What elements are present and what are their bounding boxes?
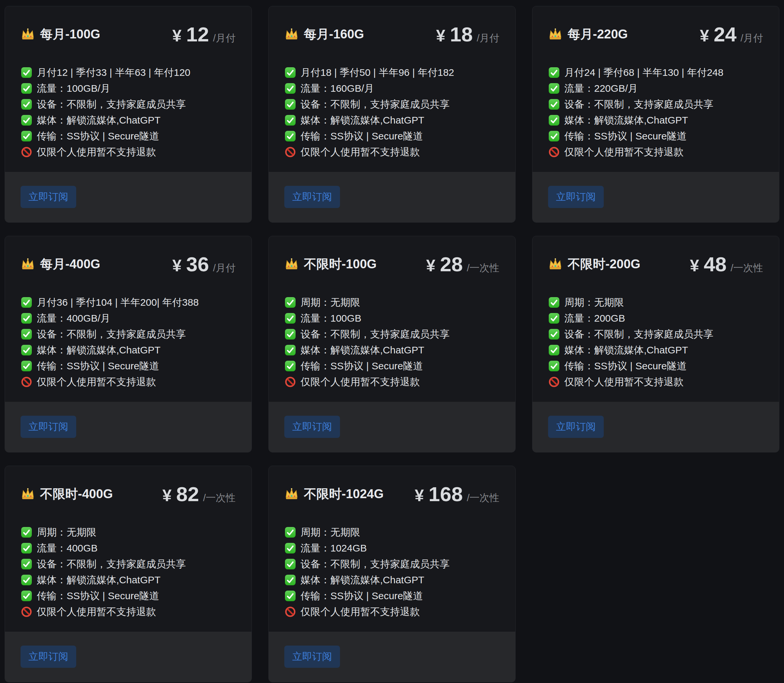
crown-icon: [21, 27, 35, 41]
currency-symbol: ¥: [690, 256, 699, 275]
feature-text: 媒体：解锁流媒体,ChatGPT: [300, 114, 424, 127]
price-period: /一次性: [731, 261, 763, 275]
feature-text: 设备：不限制，支持家庭成员共享: [37, 558, 186, 571]
feature-row: 仅限个人使用暂不支持退款: [548, 144, 763, 160]
plan-title: 不限时-200G: [568, 256, 641, 273]
feature-text: 仅限个人使用暂不支持退款: [37, 605, 156, 619]
feature-row: 媒体：解锁流媒体,ChatGPT: [21, 572, 236, 588]
feature-text: 媒体：解锁流媒体,ChatGPT: [37, 114, 161, 127]
feature-text: 传输：SS协议 | Secure隧道: [37, 589, 159, 603]
feature-row: 月付24 | 季付68 | 半年130 | 年付248: [548, 64, 763, 80]
check-icon: [21, 574, 32, 585]
feature-text: 流量：100GB: [300, 312, 361, 325]
feature-list: 周期：无期限 流量：400GB 设备：不限制，支持家庭成员共享: [21, 524, 236, 620]
plan-card-body: 不限时-400G ¥ 82 /一次性 周期：无期限: [5, 466, 252, 632]
plan-title: 不限时-400G: [40, 486, 113, 502]
feature-list: 月付24 | 季付68 | 半年130 | 年付248 流量：220GB/月 设…: [548, 64, 763, 160]
subscribe-button[interactable]: 立即订阅: [21, 416, 76, 438]
feature-text: 仅限个人使用暂不支持退款: [564, 146, 684, 159]
plan-price: ¥ 48 /一次性: [690, 252, 763, 276]
price-amount: 168: [429, 482, 463, 506]
price-amount: 12: [186, 22, 209, 46]
feature-row: 月付12 | 季付33 | 半年63 | 年付120: [21, 64, 236, 80]
ban-icon: [548, 146, 560, 158]
crown-icon: [548, 27, 562, 41]
feature-row: 设备：不限制，支持家庭成员共享: [284, 326, 500, 342]
feature-row: 周期：无期限: [548, 295, 763, 310]
subscribe-button[interactable]: 立即订阅: [284, 416, 340, 438]
price-period: /一次性: [467, 491, 500, 505]
feature-row: 媒体：解锁流媒体,ChatGPT: [284, 112, 500, 128]
feature-text: 周期：无期限: [37, 526, 96, 539]
feature-text: 传输：SS协议 | Secure隧道: [564, 359, 687, 373]
check-icon: [21, 115, 32, 126]
feature-text: 传输：SS协议 | Secure隧道: [37, 359, 159, 373]
currency-symbol: ¥: [172, 256, 182, 275]
feature-text: 流量：220GB/月: [564, 82, 638, 95]
check-icon: [21, 361, 32, 372]
subscribe-button[interactable]: 立即订阅: [21, 646, 76, 668]
subscribe-button[interactable]: 立即订阅: [284, 646, 340, 668]
check-icon: [284, 527, 296, 538]
feature-text: 仅限个人使用暂不支持退款: [37, 146, 156, 159]
crown-icon: [284, 487, 299, 500]
check-icon: [284, 67, 296, 78]
feature-text: 设备：不限制，支持家庭成员共享: [564, 98, 713, 111]
plan-card-body: 每月-400G ¥ 36 /月付 月付36 | 季付104 | 半年200| 年…: [5, 236, 252, 402]
feature-text: 月付36 | 季付104 | 半年200| 年付388: [37, 296, 199, 309]
feature-text: 媒体：解锁流媒体,ChatGPT: [564, 114, 688, 127]
feature-row: 设备：不限制，支持家庭成员共享: [548, 326, 763, 342]
feature-row: 设备：不限制，支持家庭成员共享: [21, 96, 236, 112]
price-period: /月付: [213, 261, 236, 275]
subscribe-button[interactable]: 立即订阅: [548, 186, 604, 208]
ban-icon: [21, 146, 32, 158]
price-period: /一次性: [203, 491, 236, 505]
feature-row: 传输：SS协议 | Secure隧道: [21, 588, 236, 604]
plan-card: 每月-160G ¥ 18 /月付 月付18 | 季付50 | 半年96 | 年付…: [268, 6, 516, 223]
plan-price: ¥ 36 /月付: [172, 252, 236, 276]
feature-row: 仅限个人使用暂不支持退款: [284, 374, 500, 390]
feature-list: 周期：无期限 流量：100GB 设备：不限制，支持家庭成员共享: [284, 295, 500, 390]
feature-row: 媒体：解锁流媒体,ChatGPT: [284, 342, 500, 358]
feature-list: 周期：无期限 流量：1024GB 设备：不限制，支持家庭成员共享: [284, 524, 500, 620]
feature-text: 周期：无期限: [300, 526, 360, 539]
check-icon: [21, 99, 32, 110]
plan-card-footer: 立即订阅: [532, 402, 779, 452]
check-icon: [284, 590, 296, 601]
check-icon: [284, 99, 296, 110]
feature-text: 媒体：解锁流媒体,ChatGPT: [300, 343, 424, 357]
feature-row: 传输：SS协议 | Secure隧道: [284, 588, 500, 604]
feature-text: 仅限个人使用暂不支持退款: [300, 375, 420, 389]
check-icon: [284, 345, 296, 356]
plan-card-footer: 立即订阅: [5, 402, 252, 452]
feature-row: 流量：160GB/月: [284, 80, 500, 96]
subscribe-button[interactable]: 立即订阅: [284, 186, 340, 208]
crown-icon: [284, 257, 299, 271]
feature-list: 周期：无期限 流量：200GB 设备：不限制，支持家庭成员共享: [548, 295, 763, 390]
feature-text: 媒体：解锁流媒体,ChatGPT: [37, 573, 161, 587]
feature-row: 周期：无期限: [284, 295, 500, 310]
plan-card-body: 每月-220G ¥ 24 /月付 月付24 | 季付68 | 半年130 | 年…: [532, 6, 779, 172]
feature-text: 设备：不限制，支持家庭成员共享: [37, 327, 186, 341]
feature-list: 月付36 | 季付104 | 半年200| 年付388 流量：400GB/月 设…: [21, 295, 236, 390]
feature-row: 流量：200GB: [548, 310, 763, 326]
check-icon: [548, 361, 560, 372]
ban-icon: [284, 146, 296, 158]
plan-price: ¥ 168 /一次性: [414, 482, 500, 506]
check-icon: [548, 83, 560, 94]
subscribe-button[interactable]: 立即订阅: [21, 186, 76, 208]
feature-text: 流量：1024GB: [300, 542, 367, 555]
feature-row: 仅限个人使用暂不支持退款: [284, 604, 500, 620]
check-icon: [284, 115, 296, 126]
feature-row: 月付18 | 季付50 | 半年96 | 年付182: [284, 64, 500, 80]
plan-title: 不限时-100G: [304, 256, 377, 273]
feature-text: 传输：SS协议 | Secure隧道: [300, 359, 423, 373]
plan-card: 不限时-400G ¥ 82 /一次性 周期：无期限: [5, 466, 252, 682]
plan-header: 每月-220G ¥ 24 /月付: [548, 26, 763, 42]
subscribe-button[interactable]: 立即订阅: [548, 416, 604, 438]
feature-text: 月付18 | 季付50 | 半年96 | 年付182: [300, 66, 454, 80]
feature-text: 周期：无期限: [564, 296, 624, 309]
price-period: /月付: [213, 32, 236, 45]
feature-row: 传输：SS协议 | Secure隧道: [284, 358, 500, 374]
check-icon: [21, 543, 32, 554]
